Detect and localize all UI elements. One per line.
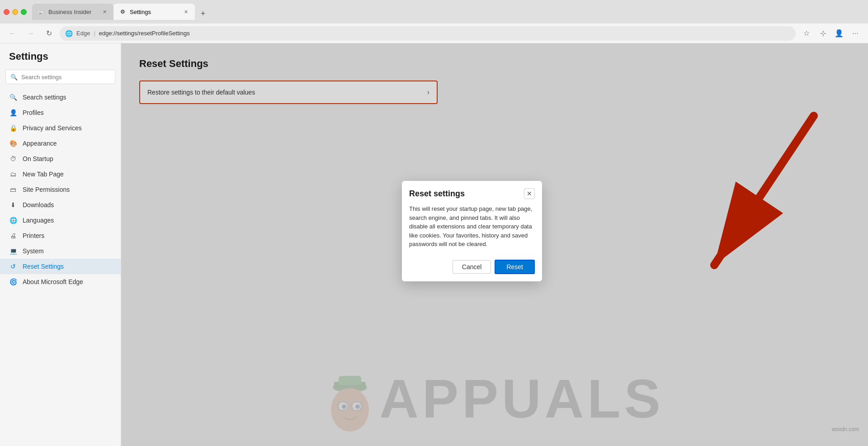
search-box[interactable]: 🔍 <box>5 70 115 84</box>
sidebar-item-label-about: About Microsoft Edge <box>23 278 83 285</box>
sidebar-item-new-tab[interactable]: 🗂 New Tab Page <box>0 166 121 182</box>
tabs-row: 📰 Business Insider ✕ ⚙ Settings ✕ + <box>32 4 864 20</box>
nav-bar: ← → ↻ 🌐 Edge | edge://settings/resetProf… <box>0 24 868 43</box>
forward-button[interactable]: → <box>24 26 38 41</box>
modal-overlay: Reset settings ✕ This will reset your st… <box>121 43 868 446</box>
star-button[interactable]: ☆ <box>799 26 814 41</box>
more-button[interactable]: ··· <box>848 26 863 41</box>
main-content: Reset Settings Restore settings to their… <box>121 43 868 446</box>
printers-icon: 🖨 <box>9 232 17 240</box>
sidebar-item-profiles[interactable]: 👤 Profiles <box>0 105 121 120</box>
tab-close-business-insider[interactable]: ✕ <box>101 8 108 15</box>
sidebar-item-system[interactable]: 💻 System <box>0 243 121 259</box>
address-bar[interactable]: 🌐 Edge | edge://settings/resetProfileSet… <box>60 26 796 41</box>
sidebar-item-label-search: Search settings <box>23 94 66 101</box>
address-url: edge://settings/resetProfileSettings <box>99 30 190 37</box>
address-prefix: Edge <box>76 30 90 37</box>
search-input[interactable] <box>21 74 110 81</box>
sidebar-item-search-settings[interactable]: 🔍 Search settings <box>0 90 121 105</box>
new-tab-icon: 🗂 <box>9 170 17 178</box>
tab-settings[interactable]: ⚙ Settings ✕ <box>113 4 195 20</box>
sidebar-item-label-printers: Printers <box>23 232 44 239</box>
browser-window: 📰 Business Insider ✕ ⚙ Settings ✕ + ← → … <box>0 0 868 43</box>
sidebar-item-privacy[interactable]: 🔒 Privacy and Services <box>0 120 121 136</box>
sidebar-item-label-reset: Reset Settings <box>23 263 64 270</box>
sidebar-item-about[interactable]: 🌀 About Microsoft Edge <box>0 274 121 289</box>
search-settings-icon: 🔍 <box>9 93 17 101</box>
tab-label-settings: Settings <box>130 9 179 15</box>
profiles-icon: 👤 <box>9 109 17 117</box>
close-icon: ✕ <box>527 190 532 197</box>
modal-header: Reset settings ✕ <box>402 181 542 203</box>
downloads-icon: ⬇ <box>9 201 17 209</box>
cancel-button[interactable]: Cancel <box>453 260 491 274</box>
close-button[interactable] <box>4 9 9 15</box>
tab-favicon-business-insider: 📰 <box>38 8 45 15</box>
system-icon: 💻 <box>9 247 17 255</box>
sidebar-item-label-profiles: Profiles <box>23 109 44 116</box>
reset-button[interactable]: Reset <box>495 260 535 274</box>
back-button[interactable]: ← <box>5 26 20 41</box>
sidebar-item-label-downloads: Downloads <box>23 201 54 209</box>
privacy-icon: 🔒 <box>9 124 17 132</box>
sidebar-item-on-startup[interactable]: ⏱ On Startup <box>0 151 121 166</box>
title-bar: 📰 Business Insider ✕ ⚙ Settings ✕ + <box>0 0 868 24</box>
nav-actions: ☆ ⊹ 👤 ··· <box>799 26 863 41</box>
sidebar-item-languages[interactable]: 🌐 Languages <box>0 213 121 228</box>
appearance-icon: 🎨 <box>9 139 17 147</box>
sidebar-item-downloads[interactable]: ⬇ Downloads <box>0 197 121 213</box>
sidebar-item-label-languages: Languages <box>23 217 54 224</box>
sidebar-title: Settings <box>0 51 121 70</box>
sidebar-item-appearance[interactable]: 🎨 Appearance <box>0 136 121 151</box>
sidebar-item-site-permissions[interactable]: 🗃 Site Permissions <box>0 182 121 197</box>
reset-settings-icon: ↺ <box>9 262 17 270</box>
sidebar-item-label-system: System <box>23 247 44 255</box>
refresh-button[interactable]: ↻ <box>42 26 56 41</box>
sidebar-item-label-privacy: Privacy and Services <box>23 124 82 132</box>
traffic-lights <box>4 9 27 15</box>
modal-title: Reset settings <box>409 189 465 199</box>
languages-icon: 🌐 <box>9 216 17 224</box>
sidebar-item-reset-settings[interactable]: ↺ Reset Settings <box>0 259 121 274</box>
tab-business-insider[interactable]: 📰 Business Insider ✕ <box>32 4 113 20</box>
search-icon: 🔍 <box>10 74 18 81</box>
on-startup-icon: ⏱ <box>9 155 17 163</box>
reset-settings-modal: Reset settings ✕ This will reset your st… <box>402 181 542 281</box>
modal-close-button[interactable]: ✕ <box>524 188 535 199</box>
collections-button[interactable]: ⊹ <box>816 26 830 41</box>
sidebar-item-printers[interactable]: 🖨 Printers <box>0 228 121 243</box>
sidebar-item-label-appearance: Appearance <box>23 140 57 147</box>
site-permissions-icon: 🗃 <box>9 185 17 194</box>
sidebar-item-label-new-tab: New Tab Page <box>23 171 64 178</box>
modal-footer: Cancel Reset <box>402 256 542 281</box>
new-tab-button[interactable]: + <box>197 7 209 20</box>
tab-close-settings[interactable]: ✕ <box>182 8 189 15</box>
address-separator: | <box>94 30 95 37</box>
maximize-button[interactable] <box>21 9 27 15</box>
profile-button[interactable]: 👤 <box>832 26 846 41</box>
modal-body: This will reset your startup page, new t… <box>402 203 542 256</box>
about-icon: 🌀 <box>9 278 17 286</box>
tab-label-business-insider: Business Insider <box>48 9 97 15</box>
globe-icon: 🌐 <box>65 30 73 37</box>
sidebar-item-label-site-permissions: Site Permissions <box>23 186 70 193</box>
sidebar-item-label-on-startup: On Startup <box>23 155 53 162</box>
sidebar: Settings 🔍 🔍 Search settings 👤 Profiles … <box>0 43 121 446</box>
tab-favicon-settings: ⚙ <box>119 8 126 15</box>
minimize-button[interactable] <box>12 9 18 15</box>
browser-body: Settings 🔍 🔍 Search settings 👤 Profiles … <box>0 43 868 446</box>
